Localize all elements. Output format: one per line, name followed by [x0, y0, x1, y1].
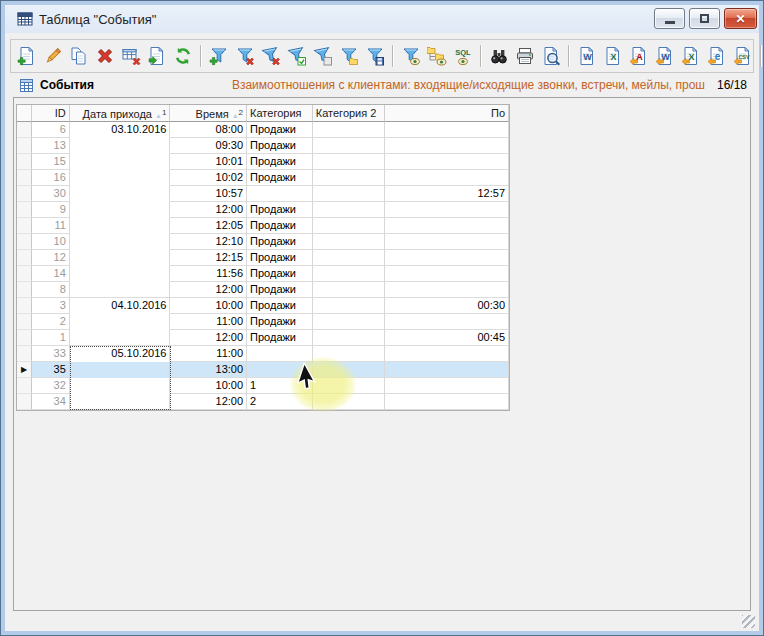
table-row[interactable]: 112:00Продажи00:45 — [17, 330, 509, 346]
cell-category[interactable]: Продажи — [247, 298, 313, 314]
cell-time[interactable]: 10:02 — [170, 170, 247, 186]
filter-enable-button[interactable] — [284, 43, 310, 69]
table-row[interactable]: 603.10.201608:00Продажи — [17, 122, 509, 138]
cell-id[interactable]: 34 — [32, 394, 70, 410]
cell-id[interactable]: 2 — [32, 314, 70, 330]
cell-category2[interactable] — [313, 186, 385, 202]
filter-disable-button[interactable] — [310, 43, 336, 69]
refresh-button[interactable] — [170, 43, 196, 69]
cell-id[interactable]: 1 — [32, 330, 70, 346]
cell-category[interactable]: Продажи — [247, 122, 313, 138]
column-header-category2[interactable]: Категория 2 — [313, 105, 385, 122]
cell-id[interactable]: 15 — [32, 154, 70, 170]
cell-category[interactable]: 2 — [247, 394, 313, 410]
filter-save-button[interactable] — [362, 43, 388, 69]
cell-category[interactable]: Продажи — [247, 314, 313, 330]
minimize-button[interactable] — [654, 8, 685, 29]
table-row[interactable]: 1112:05Продажи — [17, 218, 509, 234]
cell-date[interactable]: 03.10.2016 — [70, 122, 171, 138]
cell-category[interactable] — [247, 362, 313, 378]
cell-category[interactable]: Продажи — [247, 170, 313, 186]
cell-time[interactable]: 12:10 — [170, 234, 247, 250]
cell-category2[interactable] — [313, 154, 385, 170]
table-row[interactable]: 3305.10.201611:00 — [17, 346, 509, 362]
cell-category[interactable]: Продажи — [247, 266, 313, 282]
cell-time[interactable]: 09:30 — [170, 138, 247, 154]
cell-time[interactable]: 11:56 — [170, 266, 247, 282]
table-row[interactable]: 1411:56Продажи — [17, 266, 509, 282]
cell-time[interactable]: 13:00 — [170, 362, 247, 378]
cell-time[interactable]: 10:01 — [170, 154, 247, 170]
filter-remove-button[interactable] — [232, 43, 258, 69]
cell-category2[interactable] — [313, 234, 385, 250]
cell-po[interactable] — [385, 282, 509, 298]
cell-date[interactable]: 05.10.2016 — [70, 346, 171, 362]
cell-category[interactable] — [247, 346, 313, 362]
cell-po[interactable] — [385, 170, 509, 186]
cell-date[interactable] — [70, 250, 171, 266]
table-row[interactable]: 3210:001 — [17, 378, 509, 394]
cell-po[interactable] — [385, 250, 509, 266]
cell-po[interactable] — [385, 266, 509, 282]
cell-po[interactable] — [385, 154, 509, 170]
cell-category[interactable]: Продажи — [247, 282, 313, 298]
cell-category2[interactable] — [313, 330, 385, 346]
cell-category[interactable]: 1 — [247, 378, 313, 394]
cell-id[interactable]: 6 — [32, 122, 70, 138]
cell-po[interactable] — [385, 202, 509, 218]
cell-time[interactable]: 10:00 — [170, 298, 247, 314]
table-row[interactable]: 812:00Продажи — [17, 282, 509, 298]
cell-category[interactable]: Продажи — [247, 202, 313, 218]
cell-id[interactable]: 10 — [32, 234, 70, 250]
cell-date[interactable] — [70, 266, 171, 282]
cell-category2[interactable] — [313, 394, 385, 410]
cell-category2[interactable] — [313, 314, 385, 330]
delete-record-button[interactable] — [92, 43, 118, 69]
cell-date[interactable] — [70, 138, 171, 154]
view-filter-button[interactable] — [398, 43, 424, 69]
cell-time[interactable]: 10:00 — [170, 378, 247, 394]
cell-category2[interactable] — [313, 362, 385, 378]
view-tree-button[interactable] — [424, 43, 450, 69]
column-header-po[interactable]: По — [385, 105, 509, 122]
cell-category2[interactable] — [313, 170, 385, 186]
cell-category2[interactable] — [313, 282, 385, 298]
cell-po[interactable]: 00:45 — [385, 330, 509, 346]
import-record-button[interactable] — [144, 43, 170, 69]
cell-time[interactable]: 08:00 — [170, 122, 247, 138]
cell-date[interactable]: 04.10.2016 — [70, 298, 171, 314]
cell-id[interactable]: 3 — [32, 298, 70, 314]
export-word-button[interactable]: W — [652, 43, 678, 69]
add-record-button[interactable] — [14, 43, 40, 69]
cell-category[interactable]: Продажи — [247, 138, 313, 154]
cell-category[interactable]: Продажи — [247, 330, 313, 346]
cell-category2[interactable] — [313, 378, 385, 394]
export-excel-button[interactable]: X — [678, 43, 704, 69]
cell-date[interactable] — [70, 362, 171, 378]
cell-id[interactable]: 35 — [32, 362, 70, 378]
cell-date[interactable] — [70, 186, 171, 202]
table-row[interactable]: 1510:01Продажи — [17, 154, 509, 170]
copy-record-button[interactable] — [66, 43, 92, 69]
cell-category[interactable]: Продажи — [247, 234, 313, 250]
cell-date[interactable] — [70, 202, 171, 218]
cell-time[interactable]: 12:00 — [170, 282, 247, 298]
cell-time[interactable]: 12:00 — [170, 330, 247, 346]
cell-date[interactable] — [70, 282, 171, 298]
export-text-button[interactable]: A — [626, 43, 652, 69]
cell-po[interactable] — [385, 122, 509, 138]
cell-date[interactable] — [70, 170, 171, 186]
table-row[interactable]: 304.10.201610:00Продажи00:30 — [17, 298, 509, 314]
open-in-excel-button[interactable]: X — [600, 43, 626, 69]
cell-id[interactable]: 12 — [32, 250, 70, 266]
cell-id[interactable]: 11 — [32, 218, 70, 234]
cell-time[interactable]: 12:15 — [170, 250, 247, 266]
table-row[interactable]: 1610:02Продажи — [17, 170, 509, 186]
cell-category2[interactable] — [313, 138, 385, 154]
delete-table-record-button[interactable] — [118, 43, 144, 69]
table-row[interactable]: 3010:5712:57 — [17, 186, 509, 202]
cell-category2[interactable] — [313, 122, 385, 138]
cell-id[interactable]: 9 — [32, 202, 70, 218]
cell-po[interactable]: 12:57 — [385, 186, 509, 202]
cell-date[interactable] — [70, 394, 171, 410]
